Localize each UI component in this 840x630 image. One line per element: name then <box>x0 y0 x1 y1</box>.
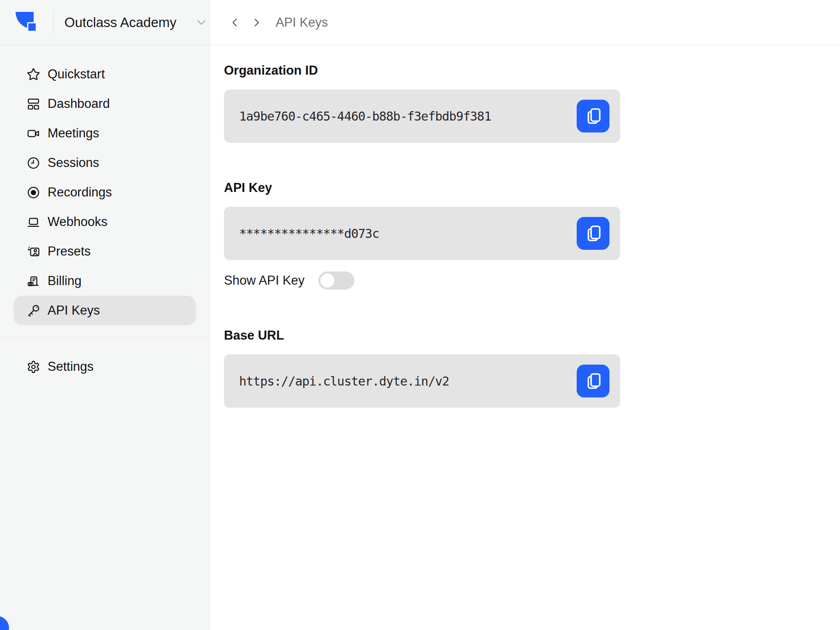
section-organization-id: Organization ID 1a9be760-c465-4460-b88b-… <box>224 62 840 143</box>
header-separator <box>53 10 54 35</box>
video-camera-icon <box>27 127 40 140</box>
sidebar-item-sessions[interactable]: Sessions <box>14 148 196 178</box>
copy-api-key-button[interactable] <box>577 217 609 250</box>
dyte-logo-icon <box>16 11 39 34</box>
sidebar-item-label: Webhooks <box>48 215 107 229</box>
sidebar-item-webhooks[interactable]: Webhooks <box>14 207 196 237</box>
copy-icon <box>584 372 603 390</box>
sidebar-item-recordings[interactable]: Recordings <box>14 178 196 207</box>
sidebar-item-presets[interactable]: Presets <box>14 237 196 266</box>
api-key-field: ***************d073c <box>224 207 620 260</box>
api-key-value: ***************d073c <box>239 226 379 241</box>
sidebar-item-dashboard[interactable]: Dashboard <box>14 89 196 119</box>
sidebar-item-label: Presets <box>48 244 91 259</box>
app-window: Outclass Academy Quickstart Dashboard <box>0 0 840 630</box>
show-api-key-label: Show API Key <box>224 273 304 288</box>
sidebar-nav: Quickstart Dashboard Meetings Sessions <box>0 59 210 325</box>
gear-icon <box>27 360 40 374</box>
sidebar-item-label: Billing <box>48 274 82 288</box>
base-url-value: https://api.cluster.dyte.in/v2 <box>239 374 449 388</box>
back-button[interactable] <box>226 14 243 31</box>
copy-icon <box>584 107 603 126</box>
sidebar-item-label: Quickstart <box>48 67 105 82</box>
star-icon <box>27 68 40 81</box>
organization-id-field: 1a9be760-c465-4460-b88b-f3efbdb9f381 <box>224 89 620 143</box>
sidebar-item-label: Sessions <box>48 155 99 170</box>
preset-person-icon <box>27 245 40 258</box>
show-api-key-row: Show API Key <box>224 271 840 290</box>
sidebar-item-meetings[interactable]: Meetings <box>14 119 196 148</box>
section-api-key: API Key ***************d073c Show API Ke… <box>224 180 840 290</box>
sidebar-footer: Settings <box>0 352 210 381</box>
sidebar-item-label: API Keys <box>48 303 100 318</box>
sidebar-item-label: Dashboard <box>48 96 110 111</box>
org-switcher[interactable]: Outclass Academy <box>0 0 210 45</box>
base-url-field: https://api.cluster.dyte.in/v2 <box>224 354 620 408</box>
floating-widget-fragment[interactable] <box>0 616 9 630</box>
sidebar-item-billing[interactable]: Billing <box>14 266 196 296</box>
dashboard-panels-icon <box>27 97 40 111</box>
sidebar-item-quickstart[interactable]: Quickstart <box>14 59 196 89</box>
base-url-label: Base URL <box>224 327 840 344</box>
key-icon <box>27 304 40 317</box>
sidebar-item-label: Recordings <box>48 185 112 200</box>
show-api-key-toggle[interactable] <box>318 272 354 290</box>
receipt-icon <box>27 274 40 288</box>
laptop-icon <box>27 215 40 229</box>
section-base-url: Base URL https://api.cluster.dyte.in/v2 <box>224 327 840 408</box>
chevron-down-icon[interactable] <box>194 16 208 30</box>
toggle-knob <box>320 274 334 288</box>
record-icon <box>27 186 40 199</box>
org-name[interactable]: Outclass Academy <box>64 15 176 30</box>
sidebar-item-api-keys[interactable]: API Keys <box>14 296 196 325</box>
api-key-label: API Key <box>224 180 840 196</box>
sidebar-item-settings[interactable]: Settings <box>14 352 196 381</box>
api-keys-content: Organization ID 1a9be760-c465-4460-b88b-… <box>210 45 840 445</box>
sidebar-item-label: Meetings <box>48 126 99 141</box>
sidebar-divider <box>0 338 210 338</box>
copy-base-url-button[interactable] <box>577 365 609 397</box>
main-panel: API Keys Organization ID 1a9be760-c465-4… <box>210 0 840 630</box>
copy-organization-id-button[interactable] <box>577 100 609 132</box>
organization-id-label: Organization ID <box>224 62 840 79</box>
page-header: API Keys <box>210 0 840 45</box>
copy-icon <box>584 224 603 243</box>
forward-button[interactable] <box>249 14 265 31</box>
sidebar: Outclass Academy Quickstart Dashboard <box>0 0 210 630</box>
organization-id-value: 1a9be760-c465-4460-b88b-f3efbdb9f381 <box>239 109 491 123</box>
sidebar-item-label: Settings <box>48 359 94 374</box>
page-title: API Keys <box>276 15 328 30</box>
clock-icon <box>27 156 40 170</box>
